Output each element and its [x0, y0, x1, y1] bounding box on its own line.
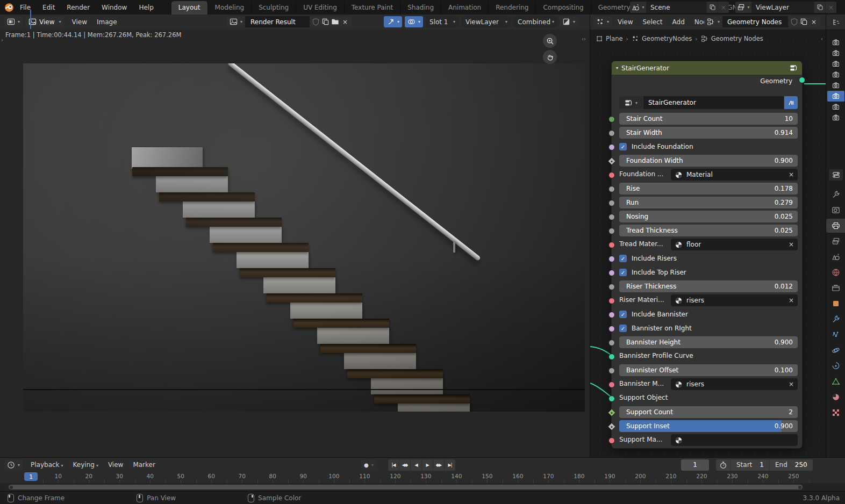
geometry-circle-socket[interactable]: [608, 395, 615, 402]
node-menu-add[interactable]: Add: [668, 18, 690, 26]
material-selector[interactable]: floor×: [671, 239, 798, 250]
editor-type-button[interactable]: ▾: [593, 16, 612, 27]
value-slider[interactable]: Stair Width0.914: [619, 127, 798, 139]
properties-tab-material[interactable]: [826, 390, 845, 404]
play-reverse-button[interactable]: ◀: [411, 459, 422, 471]
zoom-gizmo[interactable]: [543, 34, 557, 48]
material-selector[interactable]: [671, 434, 798, 446]
properties-tab-tool[interactable]: [826, 188, 845, 201]
properties-tab-collection[interactable]: [826, 281, 845, 295]
properties-tab-scene[interactable]: [826, 250, 845, 264]
gizmo-toggle-button[interactable]: ▾: [384, 16, 402, 27]
scene-unlink-button[interactable]: ×: [718, 2, 729, 13]
play-button[interactable]: ▶: [422, 459, 433, 471]
value-slider[interactable]: Run0.279: [619, 197, 798, 208]
float-circle-socket[interactable]: [608, 186, 615, 192]
properties-tab-view-layer[interactable]: [826, 234, 845, 248]
float-circle-socket[interactable]: [608, 284, 615, 290]
workspace-tab-shading[interactable]: Shading: [400, 1, 441, 15]
workspace-tab-compositing[interactable]: Compositing: [535, 1, 590, 15]
node-tree-unlink-button[interactable]: ×: [810, 18, 818, 26]
material-clear-button[interactable]: ×: [789, 380, 794, 388]
scene-name[interactable]: Scene: [646, 2, 706, 13]
image-menu-view[interactable]: View: [67, 18, 92, 26]
outliner-camera-row[interactable]: [827, 80, 844, 91]
group-users-button[interactable]: [784, 96, 798, 109]
outliner-header[interactable]: [826, 15, 845, 30]
material-circle-socket[interactable]: [608, 172, 615, 178]
float-circle-socket[interactable]: [608, 130, 615, 136]
overlays-toggle-button[interactable]: ▾: [405, 16, 423, 27]
material-circle-socket[interactable]: [608, 381, 615, 388]
bool-circle-socket[interactable]: [608, 270, 615, 276]
value-slider[interactable]: Support Inset0.900: [619, 420, 798, 432]
timeline-menu-view[interactable]: View: [103, 461, 128, 469]
bool-circle-socket[interactable]: [608, 144, 615, 150]
bool-circle-socket[interactable]: [608, 326, 615, 332]
outliner-camera-row[interactable]: [827, 48, 844, 59]
checkbox-checked[interactable]: ✓: [619, 143, 627, 150]
checkbox-checked[interactable]: ✓: [619, 325, 627, 332]
float-circle-socket[interactable]: [608, 368, 615, 374]
jump-to-end-button[interactable]: ▶|: [445, 459, 455, 471]
node-tree-browse-button[interactable]: ▾: [704, 16, 722, 27]
fake-user-shield-icon[interactable]: [312, 18, 320, 26]
geometry-output-socket[interactable]: [799, 77, 805, 83]
material-selector[interactable]: risers×: [671, 294, 798, 306]
node-header[interactable]: ▾ StairGenerator: [612, 61, 802, 75]
region-corner-arrows[interactable]: ‹›: [582, 36, 586, 42]
folder-open-icon[interactable]: [331, 18, 339, 26]
display-channels-button[interactable]: ▾: [560, 16, 578, 27]
geometry-circle-socket[interactable]: [608, 354, 615, 360]
frame-start-field[interactable]: Start1: [731, 459, 770, 471]
current-frame-field[interactable]: 1: [681, 459, 709, 471]
next-keyframe-button[interactable]: ◆▶: [433, 459, 445, 471]
image-browse-button[interactable]: ▾: [227, 16, 245, 27]
menu-render[interactable]: Render: [61, 0, 96, 15]
properties-tab-modifiers[interactable]: [826, 312, 845, 326]
stairgenerator-node[interactable]: ▾ StairGenerator Geometry ▾ StairGenerat…: [611, 61, 803, 449]
render-layer-dropdown[interactable]: ViewLayer▾: [462, 16, 511, 27]
material-selector[interactable]: risers×: [671, 378, 798, 390]
scene-icon[interactable]: ▾: [630, 2, 646, 13]
value-slider[interactable]: Foundation Width0.900: [619, 155, 798, 167]
material-circle-socket[interactable]: [608, 298, 615, 304]
image-menu-image[interactable]: Image: [92, 18, 122, 26]
horizontal-scrollbar[interactable]: [9, 485, 803, 489]
menu-help[interactable]: Help: [133, 0, 159, 15]
int-circle-socket[interactable]: [608, 116, 615, 123]
value-slider[interactable]: Riser Thickness0.012: [619, 280, 798, 292]
float-circle-socket[interactable]: [608, 214, 615, 220]
menu-edit[interactable]: Edit: [37, 0, 61, 15]
region-expand-arrow[interactable]: ›: [1, 37, 3, 43]
node-editor[interactable]: Plane›GeometryNodes›Geometry Nodes ‹ ▾ S…: [590, 30, 826, 457]
group-name-field[interactable]: StairGenerator: [643, 96, 784, 109]
checkbox-checked[interactable]: ✓: [619, 255, 627, 262]
float-circle-socket[interactable]: [608, 200, 615, 206]
frame-end-field[interactable]: End250: [770, 459, 813, 471]
value-slider[interactable]: Rise0.178: [619, 183, 798, 195]
collapse-chevron-icon[interactable]: ▾: [616, 66, 618, 70]
timeline-menu-marker[interactable]: Marker: [128, 461, 160, 469]
bool-circle-socket[interactable]: [608, 312, 615, 318]
value-slider[interactable]: Nosing0.025: [619, 211, 798, 222]
workspace-tab-uv-editing[interactable]: UV Editing: [296, 1, 344, 15]
value-slider[interactable]: Bannister Offset0.100: [619, 364, 798, 376]
value-slider[interactable]: Bannister Height0.900: [619, 336, 798, 348]
workspace-tab-sculpting[interactable]: Sculpting: [251, 1, 296, 15]
menu-window[interactable]: Window: [96, 0, 133, 15]
render-pass-dropdown[interactable]: Combined▾: [514, 16, 557, 27]
image-unlink-button[interactable]: ×: [341, 18, 349, 26]
value-slider[interactable]: Tread Thickness0.025: [619, 225, 798, 236]
timeline-menu-keying[interactable]: Keying▾: [68, 461, 103, 469]
checkbox-checked[interactable]: ✓: [619, 269, 627, 276]
jump-to-start-button[interactable]: |◀: [388, 459, 399, 471]
material-clear-button[interactable]: ×: [789, 297, 794, 304]
use-preview-range-button[interactable]: [716, 459, 731, 471]
properties-tab-constraints[interactable]: [826, 359, 845, 373]
image-name-field[interactable]: Render Result: [245, 16, 310, 27]
workspace-tab-layout[interactable]: Layout: [171, 1, 207, 15]
node-menu-select[interactable]: Select: [638, 18, 668, 26]
timeline-menu-playback[interactable]: Playback▾: [26, 461, 68, 469]
timeline-ruler[interactable]: 1 10203040506070809010011012013014015016…: [0, 471, 845, 484]
